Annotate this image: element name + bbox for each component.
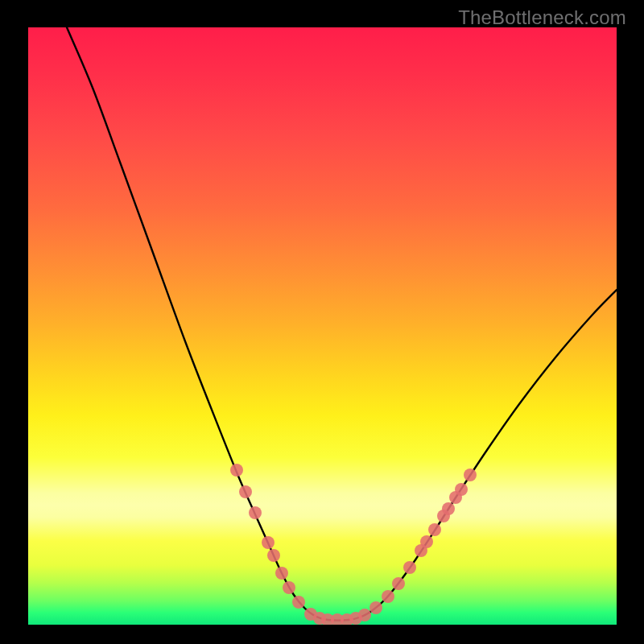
bottleneck-curve-svg xyxy=(28,27,617,625)
curve-marker xyxy=(428,523,441,536)
curve-marker xyxy=(464,469,477,481)
curve-marker xyxy=(267,549,280,562)
watermark-text: TheBottleneck.com xyxy=(458,6,626,29)
curve-marker xyxy=(358,609,371,621)
curve-marker xyxy=(283,581,295,594)
curve-marker xyxy=(239,485,252,498)
curve-marker xyxy=(369,601,382,614)
curve-marker xyxy=(262,536,275,549)
curve-marker xyxy=(382,590,394,603)
curve-marker xyxy=(420,535,433,548)
bottleneck-markers xyxy=(230,464,477,625)
bottleneck-curve-path xyxy=(67,27,617,621)
curve-marker xyxy=(249,506,262,519)
curve-marker xyxy=(455,483,468,496)
plot-area xyxy=(28,27,617,625)
curve-marker xyxy=(403,561,416,574)
curve-marker xyxy=(230,464,243,477)
curve-marker xyxy=(442,502,455,515)
chart-frame: TheBottleneck.com xyxy=(0,0,644,644)
curve-marker xyxy=(275,567,288,580)
curve-marker xyxy=(392,577,405,590)
curve-marker xyxy=(292,596,305,609)
